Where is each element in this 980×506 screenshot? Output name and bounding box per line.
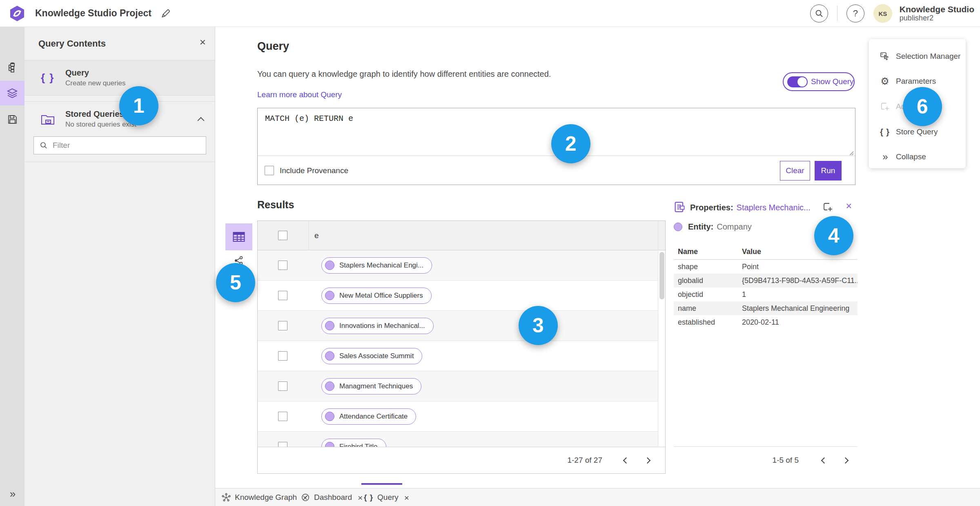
- stored-queries-filter[interactable]: [33, 136, 206, 154]
- topbar-right: ? KS Knowledge Studio publisher2: [810, 0, 974, 27]
- entity-chip-label: Sales Associate Summit: [339, 352, 414, 360]
- entity-chip[interactable]: Sales Associate Summit: [321, 348, 422, 364]
- close-properties-icon[interactable]: ×: [846, 201, 852, 211]
- query-item-subtitle: Create new queries: [65, 79, 125, 87]
- table-row[interactable]: New Metal Office Suppliers: [258, 281, 665, 311]
- row-checkbox[interactable]: [278, 321, 287, 330]
- store-query-item[interactable]: { } Store Query: [869, 124, 966, 140]
- schema-rail-button[interactable]: [0, 56, 24, 80]
- row-checkbox[interactable]: [278, 381, 287, 391]
- annotation-badge-1: 1: [119, 86, 158, 125]
- question-mark-icon: ?: [853, 8, 858, 19]
- query-contents-panel: Query Contents × { } Query Create new qu…: [24, 27, 215, 506]
- entity-chip[interactable]: Innovations in Mechanical...: [321, 318, 434, 334]
- clear-button[interactable]: Clear: [780, 161, 810, 181]
- results-next-page-button[interactable]: [638, 451, 656, 469]
- properties-table: Name Value shape Point globalid {5D9B471…: [674, 247, 858, 329]
- selected-entity-link[interactable]: Staplers Mechanic...: [737, 203, 811, 212]
- selection-manager-item[interactable]: Selection Manager: [869, 48, 966, 65]
- expand-rail-button[interactable]: »: [0, 488, 24, 500]
- collapse-section-icon[interactable]: [198, 117, 205, 124]
- results-table: e Staplers Mechanical Engi... New Metal …: [257, 221, 666, 474]
- table-row[interactable]: Sales Associate Summit: [258, 341, 665, 371]
- scrollbar-header-cap: [658, 221, 665, 250]
- bottom-tab-bar: Knowledge Graph × Dashboard × { } Query …: [215, 488, 980, 506]
- query-contents-header: Query Contents ×: [24, 27, 215, 60]
- table-row[interactable]: Firebird Title: [258, 432, 665, 448]
- query-description: You can query a knowledge graph to ident…: [257, 69, 551, 79]
- table-row[interactable]: Staplers Mechanical Engi...: [258, 250, 665, 281]
- save-rail-button[interactable]: [0, 107, 24, 132]
- entity-label: Entity:: [688, 222, 713, 232]
- project-title: Knowledge Studio Project: [35, 8, 151, 19]
- show-query-toggle[interactable]: Show Query: [783, 72, 855, 91]
- entity-dot-icon: [325, 291, 334, 300]
- save-icon: [7, 114, 18, 125]
- filter-search-icon: [40, 141, 48, 149]
- user-avatar[interactable]: KS: [873, 4, 892, 23]
- include-provenance-checkbox[interactable]: [265, 166, 274, 175]
- table-row[interactable]: Innovations in Mechanical...: [258, 311, 665, 341]
- properties-prev-page-button[interactable]: [815, 451, 833, 469]
- tab-query[interactable]: { } Query ×: [364, 488, 409, 506]
- filter-input[interactable]: [53, 141, 206, 150]
- entity-chip[interactable]: Staplers Mechanical Engi...: [321, 257, 432, 274]
- topbar: Knowledge Studio Project ? KS Knowledge …: [0, 0, 980, 27]
- query-section-title: Query: [257, 40, 289, 53]
- table-row[interactable]: Managment Techniques: [258, 371, 665, 401]
- parameters-item[interactable]: ⚙ Parameters: [869, 73, 966, 89]
- table-view-button[interactable]: [225, 223, 252, 250]
- close-tab-icon[interactable]: ×: [404, 493, 409, 502]
- search-button[interactable]: [810, 4, 828, 22]
- chevron-left-icon: [623, 457, 629, 464]
- entity-chip-label: Staplers Mechanical Engi...: [339, 261, 423, 270]
- close-panel-icon[interactable]: ×: [200, 37, 206, 47]
- table-row[interactable]: Attendance Certificate: [258, 401, 665, 432]
- tab-dashboard[interactable]: Dashboard ×: [301, 488, 363, 506]
- chevron-right-icon: [644, 457, 650, 464]
- row-checkbox[interactable]: [278, 351, 287, 361]
- entity-chip[interactable]: Firebird Title: [321, 439, 386, 448]
- scrollbar-thumb[interactable]: [659, 252, 664, 299]
- annotation-badge-6: 6: [903, 87, 942, 126]
- table-icon: [233, 232, 245, 242]
- property-row: established 2020-02-11: [674, 315, 858, 329]
- resize-handle-icon[interactable]: [848, 150, 854, 156]
- toggle-switch[interactable]: [787, 76, 808, 87]
- edit-title-icon[interactable]: [160, 8, 171, 19]
- property-value: Staplers Mechanical Engineering: [742, 304, 858, 313]
- results-scrollbar[interactable]: [658, 221, 665, 448]
- properties-label: Properties:: [690, 203, 733, 212]
- topbar-divider: [837, 6, 837, 21]
- user-name: Knowledge Studio: [900, 4, 974, 14]
- close-tab-icon[interactable]: ×: [358, 493, 363, 502]
- row-checkbox[interactable]: [278, 412, 287, 421]
- property-value: 2020-02-11: [742, 318, 858, 327]
- add-to-selection-icon[interactable]: [822, 202, 833, 212]
- select-all-checkbox[interactable]: [278, 231, 287, 240]
- property-row: name Staplers Mechanical Engineering: [674, 301, 858, 315]
- entity-chip[interactable]: Managment Techniques: [321, 378, 421, 395]
- chevron-right-icon: [842, 457, 849, 464]
- row-checkbox[interactable]: [278, 291, 287, 300]
- contents-item-query[interactable]: { } Query Create new queries: [24, 60, 215, 96]
- run-button[interactable]: Run: [815, 161, 842, 181]
- collapse-item[interactable]: » Collapse: [869, 149, 966, 165]
- entity-chip[interactable]: Attendance Certificate: [321, 408, 416, 425]
- learn-more-link[interactable]: Learn more about Query: [257, 90, 342, 99]
- layers-rail-button[interactable]: [0, 81, 24, 105]
- user-block[interactable]: Knowledge Studio publisher2: [900, 4, 974, 22]
- help-button[interactable]: ?: [846, 4, 864, 22]
- tab-label: Dashboard: [314, 493, 352, 502]
- contents-divider: [24, 162, 215, 162]
- results-prev-page-button[interactable]: [617, 451, 635, 469]
- entity-chip[interactable]: New Metal Office Suppliers: [321, 288, 432, 304]
- tab-knowledge-graph[interactable]: Knowledge Graph ×: [222, 488, 307, 506]
- entity-chip-label: New Metal Office Suppliers: [339, 292, 423, 300]
- properties-next-page-button[interactable]: [836, 451, 854, 469]
- annotation-badge-4: 4: [814, 216, 853, 255]
- app-logo-icon: [9, 5, 25, 22]
- property-row: shape Point: [674, 260, 858, 274]
- row-checkbox[interactable]: [278, 261, 287, 270]
- name-column-header: Name: [674, 247, 742, 259]
